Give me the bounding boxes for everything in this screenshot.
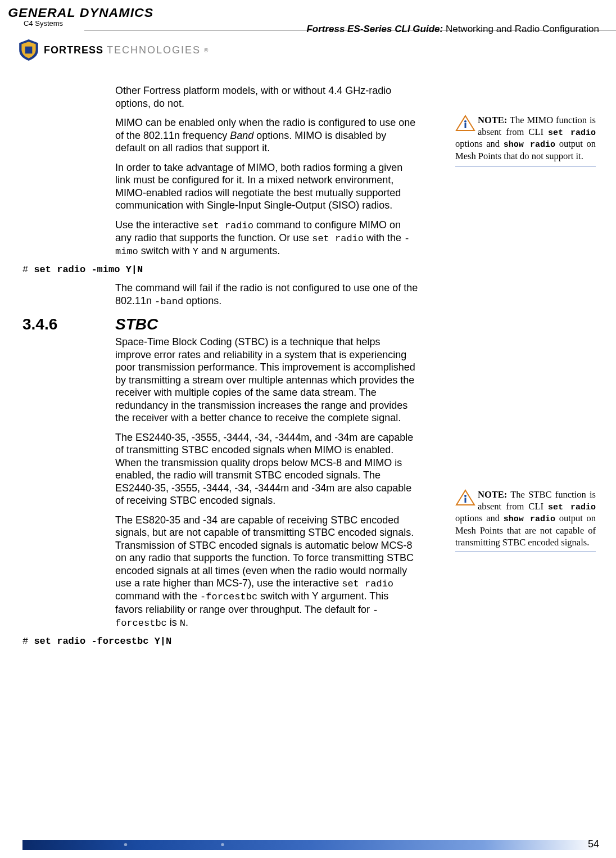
- registered-mark: ®: [204, 47, 208, 53]
- command-line-1: # set radio -mimo Y|N: [22, 264, 596, 275]
- paragraph-6: Space-Time Block Coding (STBC) is a tech…: [115, 336, 419, 425]
- svg-rect-4: [465, 498, 466, 503]
- fortress-text: FORTRESS: [44, 44, 103, 56]
- svg-rect-2: [465, 123, 466, 128]
- command-text: set radio -mimo Y|N: [34, 264, 143, 275]
- section-number: 3.4.6: [22, 315, 115, 333]
- section-header: 3.4.6 STBC: [22, 315, 596, 333]
- info-triangle-icon: [455, 489, 475, 506]
- paragraph-1: Other Fortress platform models, with or …: [115, 84, 419, 110]
- paragraph-2: MIMO can be enabled only when the radio …: [115, 116, 419, 155]
- note-box-1: NOTE: The MIMO function is absent from C…: [455, 115, 596, 166]
- section-title: STBC: [115, 315, 158, 333]
- page-number: 54: [588, 838, 599, 850]
- paragraph-3: In order to take advantage of MIMO, both…: [115, 161, 419, 212]
- page-footer: • • 54: [22, 840, 599, 850]
- prompt: #: [22, 264, 34, 275]
- note-rule: [455, 552, 596, 552]
- note-rule: [455, 166, 596, 166]
- shield-icon: [17, 38, 40, 62]
- technologies-text: TECHNOLOGIES: [107, 44, 201, 56]
- note-label: NOTE:: [478, 489, 507, 500]
- gd-logo-text: GENERAL DYNAMICS: [8, 6, 613, 20]
- fortress-logo-row: FORTRESSTECHNOLOGIES®: [17, 38, 208, 62]
- paragraph-5: The command will fail if the radio is no…: [115, 282, 419, 308]
- svg-point-3: [464, 495, 466, 497]
- guide-title-rest: Networking and Radio Configuration: [443, 24, 599, 34]
- svg-rect-0: [25, 47, 33, 54]
- paragraph-7: The ES2440-35, -3555, -3444, -34, -3444m…: [115, 431, 419, 507]
- note-label: NOTE:: [478, 115, 507, 125]
- info-triangle-icon: [455, 115, 475, 132]
- paragraph-8: The ES820-35 and -34 are capable of rece…: [115, 514, 419, 630]
- page-header: GENERAL DYNAMICS C4 Systems Fortress ES-…: [0, 0, 616, 62]
- footer-dots: • •: [124, 838, 270, 851]
- svg-point-1: [464, 120, 466, 123]
- note-box-2: NOTE: The STBC function is absent from C…: [455, 489, 596, 552]
- prompt: #: [22, 636, 34, 647]
- command-line-2: # set radio -forcestbc Y|N: [22, 636, 596, 647]
- page-content: Other Fortress platform models, with or …: [22, 84, 596, 653]
- guide-title-bold: Fortress ES-Series CLI Guide:: [306, 24, 443, 34]
- paragraph-4: Use the interactive set radio command to…: [115, 219, 419, 258]
- guide-title: Fortress ES-Series CLI Guide: Networking…: [306, 24, 599, 35]
- footer-bar: [22, 840, 599, 850]
- command-text: set radio -forcestbc Y|N: [34, 636, 171, 647]
